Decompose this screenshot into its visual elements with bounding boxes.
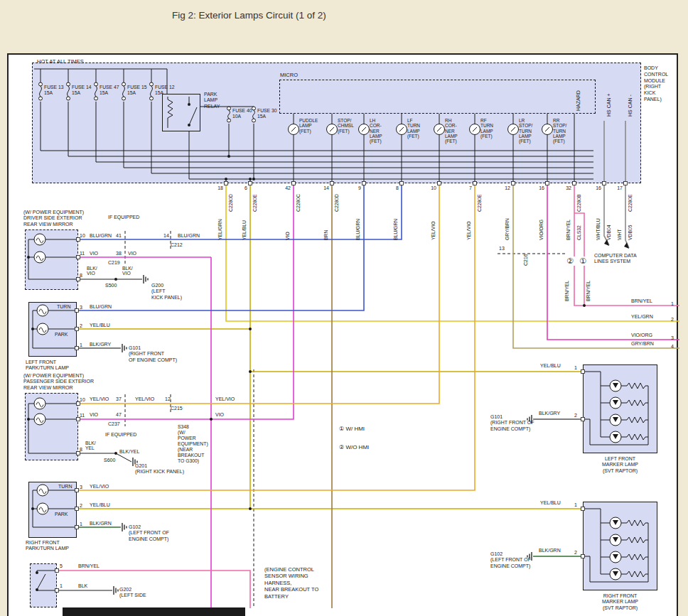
wire-vio	[78, 183, 294, 419]
wiring-svg	[0, 0, 688, 616]
pin-terminal	[77, 452, 80, 455]
junction-dot	[249, 507, 252, 510]
pin-terminal	[75, 526, 79, 529]
pin-terminal	[581, 507, 585, 511]
fuse-icon	[150, 97, 154, 100]
fuse-icon	[39, 97, 43, 100]
fuse-icon	[39, 82, 43, 86]
pin-terminal	[473, 182, 477, 185]
bulb-icon	[34, 234, 45, 245]
junction-dot	[31, 507, 34, 510]
fuse-icon	[67, 82, 70, 86]
junction-dot	[249, 370, 252, 373]
fuse-icon	[68, 86, 70, 97]
wire-brn-yel	[574, 213, 584, 256]
resistor-icon	[627, 537, 645, 543]
bulb-icon	[34, 252, 45, 263]
fuse-icon	[40, 86, 42, 97]
junction-dot	[249, 328, 252, 330]
pin-terminal	[75, 489, 79, 492]
fuse-icon	[252, 119, 256, 122]
pin-terminal	[624, 182, 628, 185]
junction-dot	[114, 452, 117, 455]
fuse-icon	[122, 82, 126, 86]
pin-terminal	[249, 182, 252, 185]
junction-dot	[27, 256, 30, 259]
fuse-icon	[122, 97, 126, 100]
black-wire	[189, 107, 197, 125]
bulb-icon	[37, 305, 48, 316]
wire-blu-grn	[78, 183, 402, 239]
pin-terminal	[292, 182, 296, 185]
black-wire	[151, 102, 593, 173]
pin-terminal	[77, 238, 80, 242]
bulb-icon	[34, 414, 45, 425]
pin-terminal	[400, 182, 404, 185]
wire-blu-grn	[77, 183, 364, 310]
wire-brn-yel	[574, 266, 679, 306]
pin-terminal	[330, 182, 334, 185]
pin-terminal	[75, 309, 79, 313]
bulb-icon	[37, 503, 48, 514]
junction-dot	[36, 588, 38, 591]
pin-terminal	[225, 182, 228, 185]
resistor-icon	[627, 520, 645, 526]
bulb-icon	[34, 398, 45, 409]
bulb-icon	[37, 323, 48, 335]
fuse-icon	[252, 107, 256, 110]
pin-terminal	[55, 589, 59, 593]
pin-terminal	[512, 182, 515, 185]
junction-dot	[583, 304, 586, 307]
fuse-icon	[95, 86, 97, 97]
pin-terminal	[75, 507, 79, 511]
black-wire	[124, 102, 593, 168]
wire-brn-yel	[57, 571, 250, 608]
pin-terminal	[603, 182, 606, 185]
pin-terminal	[77, 256, 80, 259]
pin-terminal	[55, 569, 59, 573]
resistor-icon	[627, 571, 645, 577]
pin-terminal	[75, 347, 79, 350]
fuse-icon	[228, 110, 230, 119]
resistor-icon	[627, 554, 645, 560]
fuse-icon	[227, 119, 231, 122]
wire-gry-brn	[513, 183, 679, 348]
black-wire	[78, 453, 131, 462]
bottom-dark-bar	[63, 607, 245, 616]
fuse-icon	[150, 82, 154, 86]
black-wire	[37, 571, 57, 573]
junction-dot	[36, 571, 38, 574]
fuse-icon	[95, 97, 98, 100]
fuse-icon	[95, 82, 98, 86]
pin-terminal	[77, 278, 80, 281]
black-wire	[168, 97, 173, 128]
junction-dot	[210, 418, 213, 421]
junction-dot	[31, 328, 34, 330]
black-wire	[37, 574, 45, 590]
bulb-icon	[37, 485, 48, 496]
junction-dot	[249, 178, 252, 180]
wire-yel-vio	[77, 183, 475, 490]
junction-dot	[252, 178, 255, 180]
black-wire	[189, 131, 593, 179]
pin-terminal	[77, 402, 80, 406]
pin-terminal	[581, 555, 585, 558]
junction-dot	[225, 178, 227, 180]
fuse-icon	[253, 110, 255, 119]
junction-dot	[114, 278, 117, 281]
resistor-icon	[627, 417, 645, 423]
pin-terminal	[75, 328, 79, 331]
junction-dot	[188, 124, 190, 126]
pin-terminal	[362, 182, 366, 185]
pin-terminal	[438, 182, 441, 185]
resistor-icon	[627, 400, 645, 406]
pin-terminal	[546, 182, 549, 185]
marker-internal-wire	[583, 509, 601, 574]
junction-dot	[188, 103, 190, 106]
fuse-icon	[123, 86, 125, 97]
resistor-icon	[627, 383, 645, 389]
pin-terminal	[77, 418, 80, 421]
wire-vio-org	[547, 183, 679, 340]
fuse-icon	[67, 97, 70, 100]
pin-terminal	[581, 370, 585, 374]
